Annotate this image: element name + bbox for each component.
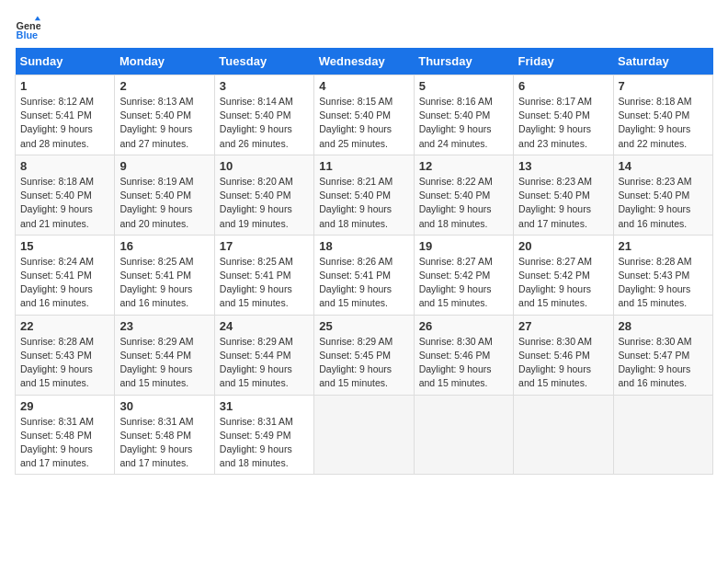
- day-number: 14: [619, 159, 708, 173]
- calendar-cell: 19Sunrise: 8:27 AMSunset: 5:42 PMDayligh…: [414, 235, 513, 315]
- day-info: Sunrise: 8:23 AMSunset: 5:40 PMDaylight:…: [518, 175, 608, 231]
- day-info: Sunrise: 8:14 AMSunset: 5:40 PMDaylight:…: [220, 95, 309, 151]
- calendar-cell: 13Sunrise: 8:23 AMSunset: 5:40 PMDayligh…: [514, 155, 613, 235]
- day-number: 10: [220, 159, 309, 173]
- day-info: Sunrise: 8:30 AMSunset: 5:47 PMDaylight:…: [619, 335, 708, 391]
- calendar-week-row: 8Sunrise: 8:18 AMSunset: 5:40 PMDaylight…: [16, 155, 713, 235]
- dow-header: Sunday: [16, 48, 115, 75]
- day-number: 19: [419, 239, 508, 253]
- calendar-cell: 10Sunrise: 8:20 AMSunset: 5:40 PMDayligh…: [214, 155, 313, 235]
- day-info: Sunrise: 8:30 AMSunset: 5:46 PMDaylight:…: [419, 335, 508, 391]
- calendar-cell: 18Sunrise: 8:26 AMSunset: 5:41 PMDayligh…: [314, 235, 414, 315]
- calendar-table: SundayMondayTuesdayWednesdayThursdayFrid…: [15, 48, 713, 475]
- calendar-cell: 3Sunrise: 8:14 AMSunset: 5:40 PMDaylight…: [214, 75, 313, 155]
- day-number: 25: [319, 319, 408, 333]
- calendar-cell: 23Sunrise: 8:29 AMSunset: 5:44 PMDayligh…: [115, 315, 214, 395]
- calendar-cell: 12Sunrise: 8:22 AMSunset: 5:40 PMDayligh…: [414, 155, 513, 235]
- day-number: 11: [319, 159, 408, 173]
- day-info: Sunrise: 8:31 AMSunset: 5:49 PMDaylight:…: [220, 415, 309, 471]
- day-number: 23: [119, 319, 209, 333]
- calendar-cell: 9Sunrise: 8:19 AMSunset: 5:40 PMDaylight…: [115, 155, 214, 235]
- calendar-cell: 30Sunrise: 8:31 AMSunset: 5:48 PMDayligh…: [115, 395, 214, 475]
- calendar-cell: 22Sunrise: 8:28 AMSunset: 5:43 PMDayligh…: [16, 315, 115, 395]
- calendar-cell: [613, 395, 712, 475]
- day-info: Sunrise: 8:27 AMSunset: 5:42 PMDaylight:…: [419, 255, 508, 311]
- day-number: 18: [319, 239, 408, 253]
- dow-header: Tuesday: [214, 48, 313, 75]
- page-header: General Blue: [15, 15, 713, 40]
- day-number: 20: [518, 239, 608, 253]
- day-info: Sunrise: 8:22 AMSunset: 5:40 PMDaylight:…: [419, 175, 508, 231]
- day-info: Sunrise: 8:29 AMSunset: 5:45 PMDaylight:…: [319, 335, 408, 391]
- day-number: 1: [20, 79, 109, 93]
- day-number: 15: [20, 239, 109, 253]
- dow-header: Thursday: [414, 48, 513, 75]
- calendar-cell: 17Sunrise: 8:25 AMSunset: 5:41 PMDayligh…: [214, 235, 313, 315]
- day-info: Sunrise: 8:25 AMSunset: 5:41 PMDaylight:…: [119, 255, 209, 311]
- calendar-cell: 15Sunrise: 8:24 AMSunset: 5:41 PMDayligh…: [16, 235, 115, 315]
- day-number: 22: [20, 319, 109, 333]
- day-number: 26: [419, 319, 508, 333]
- day-number: 8: [20, 159, 109, 173]
- day-info: Sunrise: 8:20 AMSunset: 5:40 PMDaylight:…: [220, 175, 309, 231]
- calendar-cell: 4Sunrise: 8:15 AMSunset: 5:40 PMDaylight…: [314, 75, 414, 155]
- calendar-body: 1Sunrise: 8:12 AMSunset: 5:41 PMDaylight…: [16, 75, 713, 475]
- calendar-cell: 2Sunrise: 8:13 AMSunset: 5:40 PMDaylight…: [115, 75, 214, 155]
- calendar-cell: 31Sunrise: 8:31 AMSunset: 5:49 PMDayligh…: [214, 395, 313, 475]
- day-info: Sunrise: 8:15 AMSunset: 5:40 PMDaylight:…: [319, 95, 408, 151]
- calendar-cell: 5Sunrise: 8:16 AMSunset: 5:40 PMDaylight…: [414, 75, 513, 155]
- calendar-cell: [414, 395, 513, 475]
- day-info: Sunrise: 8:30 AMSunset: 5:46 PMDaylight:…: [518, 335, 608, 391]
- svg-marker-2: [35, 17, 40, 21]
- day-number: 6: [518, 79, 608, 93]
- days-of-week-row: SundayMondayTuesdayWednesdayThursdayFrid…: [16, 48, 713, 75]
- day-info: Sunrise: 8:27 AMSunset: 5:42 PMDaylight:…: [518, 255, 608, 311]
- day-info: Sunrise: 8:29 AMSunset: 5:44 PMDaylight:…: [220, 335, 309, 391]
- day-info: Sunrise: 8:21 AMSunset: 5:40 PMDaylight:…: [319, 175, 408, 231]
- logo-icon: General Blue: [15, 15, 40, 40]
- day-number: 27: [518, 319, 608, 333]
- calendar-cell: 28Sunrise: 8:30 AMSunset: 5:47 PMDayligh…: [613, 315, 712, 395]
- day-number: 31: [220, 399, 309, 413]
- day-number: 7: [619, 79, 708, 93]
- day-info: Sunrise: 8:25 AMSunset: 5:41 PMDaylight:…: [220, 255, 309, 311]
- day-info: Sunrise: 8:23 AMSunset: 5:40 PMDaylight:…: [619, 175, 708, 231]
- calendar-cell: [314, 395, 414, 475]
- day-number: 3: [220, 79, 309, 93]
- day-info: Sunrise: 8:31 AMSunset: 5:48 PMDaylight:…: [119, 415, 209, 471]
- day-info: Sunrise: 8:13 AMSunset: 5:40 PMDaylight:…: [119, 95, 209, 151]
- calendar-cell: 11Sunrise: 8:21 AMSunset: 5:40 PMDayligh…: [314, 155, 414, 235]
- calendar-cell: 27Sunrise: 8:30 AMSunset: 5:46 PMDayligh…: [514, 315, 613, 395]
- dow-header: Saturday: [613, 48, 712, 75]
- day-number: 16: [119, 239, 209, 253]
- day-info: Sunrise: 8:28 AMSunset: 5:43 PMDaylight:…: [20, 335, 109, 391]
- day-info: Sunrise: 8:16 AMSunset: 5:40 PMDaylight:…: [419, 95, 508, 151]
- svg-text:Blue: Blue: [17, 29, 39, 40]
- day-number: 24: [220, 319, 309, 333]
- calendar-cell: 8Sunrise: 8:18 AMSunset: 5:40 PMDaylight…: [16, 155, 115, 235]
- calendar-cell: 14Sunrise: 8:23 AMSunset: 5:40 PMDayligh…: [613, 155, 712, 235]
- calendar-week-row: 1Sunrise: 8:12 AMSunset: 5:41 PMDaylight…: [16, 75, 713, 155]
- day-info: Sunrise: 8:28 AMSunset: 5:43 PMDaylight:…: [619, 255, 708, 311]
- day-number: 9: [119, 159, 209, 173]
- day-number: 17: [220, 239, 309, 253]
- calendar-week-row: 15Sunrise: 8:24 AMSunset: 5:41 PMDayligh…: [16, 235, 713, 315]
- calendar-cell: 20Sunrise: 8:27 AMSunset: 5:42 PMDayligh…: [514, 235, 613, 315]
- day-info: Sunrise: 8:18 AMSunset: 5:40 PMDaylight:…: [20, 175, 109, 231]
- calendar-cell: 21Sunrise: 8:28 AMSunset: 5:43 PMDayligh…: [613, 235, 712, 315]
- calendar-cell: 25Sunrise: 8:29 AMSunset: 5:45 PMDayligh…: [314, 315, 414, 395]
- calendar-cell: 29Sunrise: 8:31 AMSunset: 5:48 PMDayligh…: [16, 395, 115, 475]
- day-info: Sunrise: 8:18 AMSunset: 5:40 PMDaylight:…: [619, 95, 708, 151]
- day-info: Sunrise: 8:12 AMSunset: 5:41 PMDaylight:…: [20, 95, 109, 151]
- calendar-cell: [514, 395, 613, 475]
- dow-header: Monday: [115, 48, 214, 75]
- calendar-week-row: 22Sunrise: 8:28 AMSunset: 5:43 PMDayligh…: [16, 315, 713, 395]
- calendar-week-row: 29Sunrise: 8:31 AMSunset: 5:48 PMDayligh…: [16, 395, 713, 475]
- day-info: Sunrise: 8:29 AMSunset: 5:44 PMDaylight:…: [119, 335, 209, 391]
- day-info: Sunrise: 8:26 AMSunset: 5:41 PMDaylight:…: [319, 255, 408, 311]
- day-number: 4: [319, 79, 408, 93]
- calendar-cell: 6Sunrise: 8:17 AMSunset: 5:40 PMDaylight…: [514, 75, 613, 155]
- calendar-cell: 16Sunrise: 8:25 AMSunset: 5:41 PMDayligh…: [115, 235, 214, 315]
- dow-header: Friday: [514, 48, 613, 75]
- day-number: 13: [518, 159, 608, 173]
